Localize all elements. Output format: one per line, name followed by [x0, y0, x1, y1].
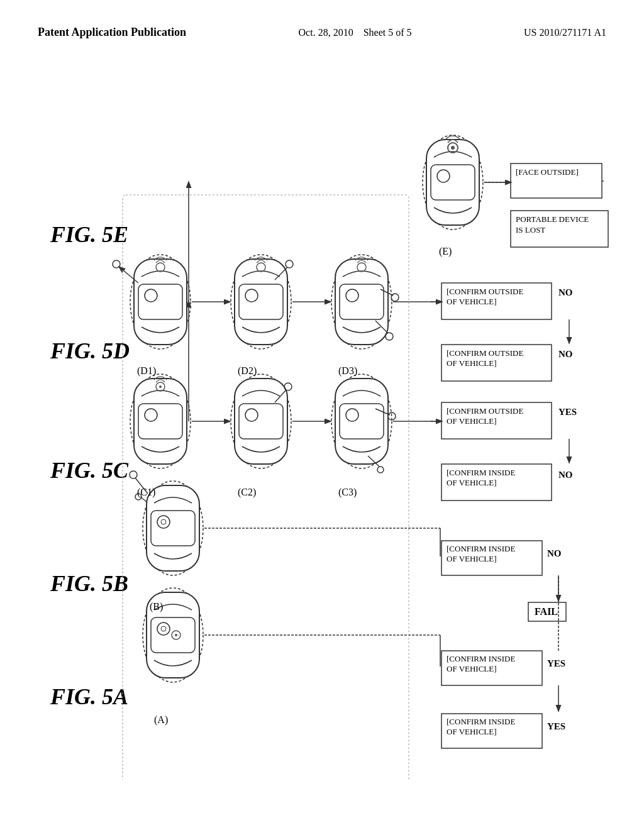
label-d1: (D1) [137, 365, 156, 377]
fig-5b-label: FIG. 5B [50, 571, 128, 596]
svg-rect-23 [235, 379, 287, 464]
fig-5c-label: FIG. 5C [50, 458, 129, 483]
svg-point-21 [159, 385, 162, 388]
yes-5c: YES [558, 407, 577, 417]
label-e: (E) [439, 246, 452, 257]
svg-point-27 [284, 383, 292, 390]
portable-device-lost-label: PORTABLE DEVICE [516, 214, 589, 224]
confirm-outside-5d-2: [CONFIRM OUTSIDE [447, 348, 523, 358]
car-e [423, 135, 483, 230]
date-sheet: Oct. 28, 2010 Sheet 5 of 5 [299, 25, 412, 40]
patent-number: US 2010/271171 A1 [524, 25, 606, 40]
yes-5a-2: YES [547, 721, 565, 731]
svg-point-58 [386, 333, 393, 340]
label-a: (A) [154, 714, 168, 726]
svg-text:OF VEHICLE]: OF VEHICLE] [447, 416, 497, 426]
svg-rect-29 [335, 379, 388, 464]
confirm-inside-label-5a: [CONFIRM INSIDE [447, 654, 515, 663]
car-c1 [130, 374, 191, 468]
no-5c: NO [558, 470, 573, 480]
main-diagram: FIG. 5A FIG. 5B FIG. 5C FIG. 5D FIG. 5E … [31, 88, 616, 780]
confirm-inside-label-5a-2: [CONFIRM INSIDE [447, 717, 515, 726]
car-c2 [231, 374, 292, 468]
label-c2: (C2) [238, 487, 256, 498]
yes-5a: YES [547, 658, 565, 668]
svg-point-35 [377, 467, 384, 473]
car-c3 [331, 374, 396, 473]
svg-text:OF VEHICLE]: OF VEHICLE] [447, 358, 497, 368]
label-b: (B) [150, 601, 163, 612]
publication-title: Patent Application Publication [38, 25, 186, 40]
svg-text:IS LOST: IS LOST [516, 225, 545, 235]
label-d2: (D2) [238, 365, 257, 377]
svg-point-64 [451, 146, 455, 150]
car-d2 [231, 255, 293, 349]
sheet-info: Sheet 5 of 5 [364, 27, 412, 38]
confirm-inside-label-5b: [CONFIRM INSIDE [447, 544, 515, 553]
svg-text:OF VEHICLE]: OF VEHICLE] [447, 664, 497, 673]
svg-text:OF VEHICLE]: OF VEHICLE] [447, 554, 497, 563]
fig-5a-label: FIG. 5A [50, 684, 128, 709]
label-d3: (D3) [338, 365, 357, 377]
no-5d-2: NO [558, 349, 573, 359]
face-outside-label: [FACE OUTSIDE] [516, 167, 579, 177]
no-5b: NO [547, 548, 562, 558]
fig-5d-label: FIG. 5D [50, 338, 130, 363]
svg-text:OF VEHICLE]: OF VEHICLE] [447, 478, 497, 487]
svg-text:OF VEHICLE]: OF VEHICLE] [447, 727, 497, 736]
car-d1 [113, 255, 191, 349]
page-header: Patent Application Publication Oct. 28, … [0, 25, 644, 40]
label-c3: (C3) [338, 487, 357, 498]
confirm-outside-5c: [CONFIRM OUTSIDE [447, 406, 523, 416]
publication-date: Oct. 28, 2010 [299, 27, 353, 38]
label-c1: (C1) [137, 487, 155, 498]
svg-line-15 [140, 497, 147, 502]
svg-rect-8 [147, 485, 199, 571]
fig-5e-label: FIG. 5E [50, 222, 128, 247]
svg-point-49 [286, 260, 293, 268]
svg-point-42 [113, 260, 120, 268]
car-d3 [331, 255, 399, 349]
confirm-inside-5c: [CONFIRM INSIDE [447, 468, 515, 477]
svg-point-56 [391, 294, 399, 301]
svg-point-6 [175, 634, 177, 636]
confirm-outside-5d: [CONFIRM OUTSIDE [447, 287, 523, 296]
fail-label: FAIL [535, 606, 558, 617]
svg-point-13 [130, 471, 137, 479]
no-5d: NO [558, 287, 573, 297]
svg-text:OF VEHICLE]: OF VEHICLE] [447, 297, 497, 306]
